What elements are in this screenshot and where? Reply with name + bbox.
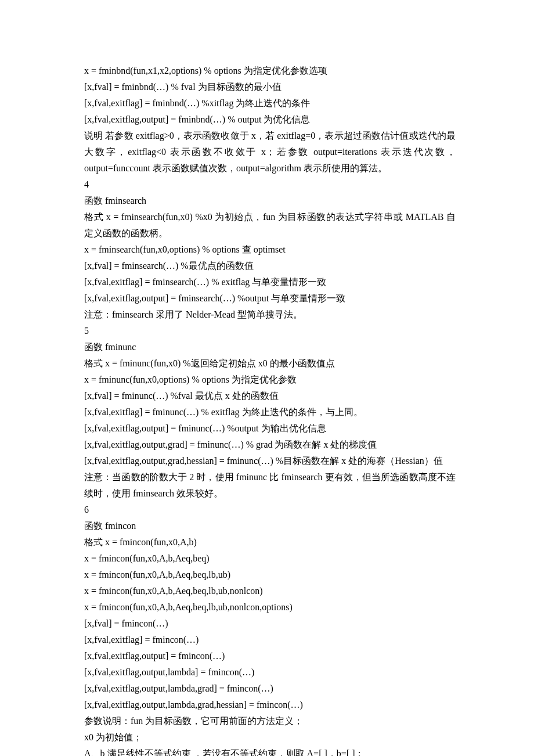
text-line: [x,fval,exitflag,output,grad] = fminunc(…: [84, 437, 456, 453]
text-line: [x,fval,exitflag,output] = fminsearch(…)…: [84, 290, 456, 307]
text-line: [x,fval,exitflag,output,grad,hessian] = …: [84, 453, 456, 469]
text-line: 函数 fmincon: [84, 518, 456, 534]
text-line: x = fmincon(fun,x0,A,b,Aeq,beq,lb,ub,non…: [84, 583, 456, 599]
text-line: [x,fval,exitflag,output] = fminbnd(…) % …: [84, 111, 456, 128]
text-line: [x,fval,exitflag,output] = fmincon(…): [84, 648, 456, 664]
text-line: [x,fval,exitflag,output,lambda,grad,hess…: [84, 697, 456, 713]
text-line: A、b 满足线性不等式约束 ，若没有不等式约束，则取 A=[ ]，b=[ ]；: [84, 746, 456, 756]
text-line: [x,fval] = fminbnd(…) % fval 为目标函数的最小值: [84, 79, 456, 95]
text-line: 格式 x = fminunc(fun,x0) %返回给定初始点 x0 的最小函数…: [84, 355, 456, 372]
text-line: [x,fval,exitflag] = fminbnd(…) %xitflag …: [84, 95, 456, 111]
text-line: [x,fval,exitflag] = fminunc(…) % exitfla…: [84, 404, 456, 420]
text-line: 函数 fminunc: [84, 339, 456, 355]
text-line: 4: [84, 177, 456, 193]
text-line: 6: [84, 502, 456, 518]
text-line: 格式 x = fmincon(fun,x0,A,b): [84, 534, 456, 550]
text-line: 说明 若参数 exitflag>0，表示函数收敛于 x，若 exitflag=0…: [84, 128, 456, 177]
text-line: 注意：fminsearch 采用了 Nelder-Mead 型简单搜寻法。: [84, 307, 456, 323]
text-line: 函数 fminsearch: [84, 193, 456, 209]
text-line: [x,fval,exitflag] = fminsearch(…) % exit…: [84, 274, 456, 290]
text-line: [x,fval] = fminunc(…) %fval 最优点 x 处的函数值: [84, 388, 456, 404]
text-line: [x,fval,exitflag,output,lambda] = fminco…: [84, 664, 456, 681]
text-line: [x,fval] = fminsearch(…) %最优点的函数值: [84, 258, 456, 274]
text-line: x0 为初始值；: [84, 729, 456, 746]
text-line: 5: [84, 323, 456, 339]
text-line: 注意：当函数的阶数大于 2 时，使用 fminunc 比 fminsearch …: [84, 469, 456, 502]
text-line: [x,fval] = fmincon(…): [84, 615, 456, 632]
text-line: x = fmincon(fun,x0,A,b,Aeq,beq,lb,ub): [84, 567, 456, 583]
text-line: x = fmincon(fun,x0,A,b,Aeq,beq,lb,ub,non…: [84, 599, 456, 615]
text-line: [x,fval,exitflag] = fmincon(…): [84, 632, 456, 648]
text-line: x = fminunc(fun,x0,options) % options 为指…: [84, 372, 456, 388]
text-line: 格式 x = fminsearch(fun,x0) %x0 为初始点，fun 为…: [84, 209, 456, 242]
text-line: 参数说明：fun 为目标函数，它可用前面的方法定义；: [84, 713, 456, 729]
document-page: x = fminbnd(fun,x1,x2,options) % options…: [0, 0, 534, 756]
text-line: [x,fval,exitflag,output] = fminunc(…) %o…: [84, 420, 456, 437]
text-line: [x,fval,exitflag,output,lambda,grad] = f…: [84, 681, 456, 697]
text-line: x = fminbnd(fun,x1,x2,options) % options…: [84, 63, 456, 79]
text-line: x = fmincon(fun,x0,A,b,Aeq,beq): [84, 550, 456, 567]
text-line: x = fminsearch(fun,x0,options) % options…: [84, 242, 456, 258]
